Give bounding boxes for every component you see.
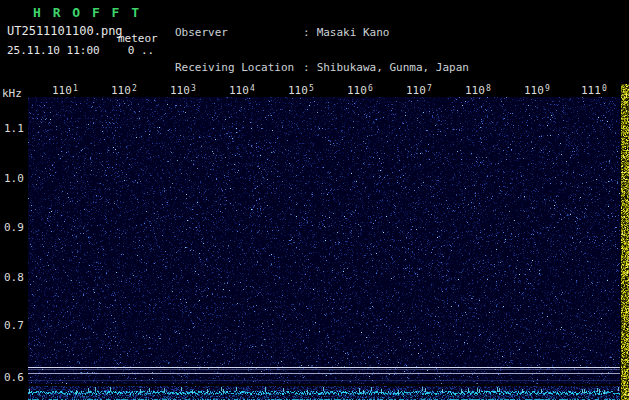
timestamp: 25.11.10 11:000 .. bbox=[7, 44, 154, 57]
x-tick-sup: 2 bbox=[132, 84, 137, 93]
x-tick-sup: 6 bbox=[368, 84, 373, 93]
y-tick-0.8: 0.8 bbox=[4, 271, 24, 284]
x-tick-1110: 1110 bbox=[581, 84, 607, 97]
x-tick-1109: 1109 bbox=[524, 84, 550, 97]
x-tick-sup: 5 bbox=[309, 84, 314, 93]
echo-counter: 0 .. bbox=[128, 44, 155, 57]
x-tick-1103: 1103 bbox=[170, 84, 196, 97]
signal-level-strip bbox=[28, 386, 620, 400]
x-tick-sup: 7 bbox=[427, 84, 432, 93]
right-marker-column bbox=[621, 84, 629, 400]
x-tick-1101: 1101 bbox=[52, 84, 78, 97]
x-tick-1107: 1107 bbox=[406, 84, 432, 97]
y-tick-0.6: 0.6 bbox=[4, 371, 24, 384]
y-tick-0.7: 0.7 bbox=[4, 319, 24, 332]
x-tick-base: 110 bbox=[111, 84, 131, 97]
info-label: Observer bbox=[175, 27, 303, 39]
y-tick-1.1: 1.1 bbox=[4, 122, 24, 135]
info-row-observer: Observer:Masaki Kano bbox=[175, 27, 522, 39]
info-colon: : bbox=[303, 62, 310, 74]
app-title: H R O F F T bbox=[33, 5, 141, 20]
x-tick-base: 110 bbox=[170, 84, 190, 97]
x-tick-1106: 1106 bbox=[347, 84, 373, 97]
x-tick-base: 110 bbox=[229, 84, 249, 97]
info-colon: : bbox=[303, 27, 310, 39]
y-axis-unit-label: kHz bbox=[2, 87, 22, 100]
x-tick-sup: 0 bbox=[602, 84, 607, 93]
info-value: Masaki Kano bbox=[317, 26, 390, 39]
x-tick-sup: 9 bbox=[545, 84, 550, 93]
x-tick-1105: 1105 bbox=[288, 84, 314, 97]
x-tick-base: 110 bbox=[347, 84, 367, 97]
x-tick-1104: 1104 bbox=[229, 84, 255, 97]
x-tick-sup: 1 bbox=[73, 84, 78, 93]
spectrogram-canvas bbox=[28, 97, 620, 384]
x-tick-base: 110 bbox=[288, 84, 308, 97]
y-tick-1.0: 1.0 bbox=[4, 172, 24, 185]
x-tick-1102: 1102 bbox=[111, 84, 137, 97]
x-tick-base: 111 bbox=[581, 84, 601, 97]
info-row-location: Receiving Location:Shibukawa, Gunma, Jap… bbox=[175, 62, 522, 74]
x-tick-sup: 8 bbox=[486, 84, 491, 93]
x-tick-sup: 3 bbox=[191, 84, 196, 93]
x-tick-base: 110 bbox=[524, 84, 544, 97]
y-tick-0.9: 0.9 bbox=[4, 221, 24, 234]
output-filename: UT2511101100.png bbox=[7, 24, 123, 38]
x-tick-base: 110 bbox=[52, 84, 72, 97]
datetime-text: 25.11.10 11:00 bbox=[7, 44, 100, 57]
x-tick-1108: 1108 bbox=[465, 84, 491, 97]
info-value: Shibukawa, Gunma, Japan bbox=[317, 61, 469, 74]
info-label: Receiving Location bbox=[175, 62, 303, 74]
x-tick-base: 110 bbox=[465, 84, 485, 97]
x-tick-base: 110 bbox=[406, 84, 426, 97]
hrofft-screen: H R O F F T UT2511101100.png meteor 25.1… bbox=[0, 0, 629, 400]
x-tick-sup: 4 bbox=[250, 84, 255, 93]
